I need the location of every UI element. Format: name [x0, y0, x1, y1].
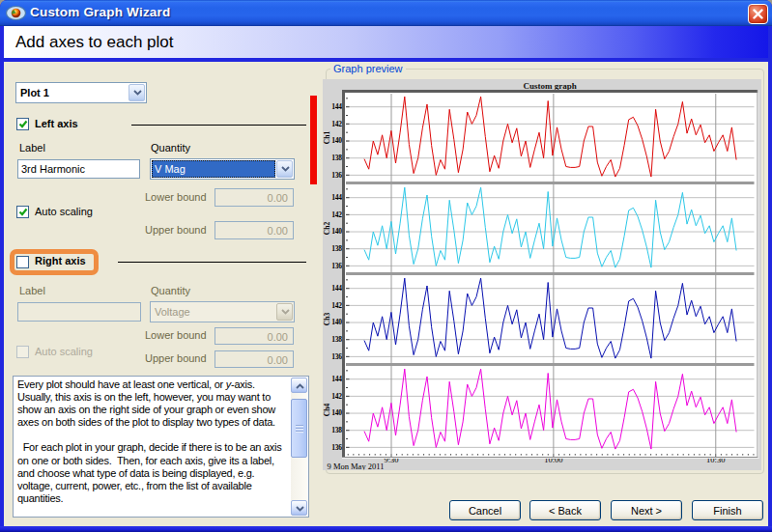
close-icon	[753, 9, 763, 19]
scroll-down-button[interactable]	[291, 500, 307, 516]
help-scrollbar[interactable]	[291, 378, 307, 516]
plot-selector-combobox[interactable]: Plot 1	[15, 82, 147, 103]
help-text-box: Every plot should have at least one vert…	[13, 376, 309, 518]
svg-text:9:30: 9:30	[384, 455, 398, 464]
svg-text:142: 142	[331, 210, 342, 219]
right-quantity-caption: Quantity	[151, 285, 190, 296]
svg-text:136: 136	[331, 171, 342, 180]
svg-text:140: 140	[331, 227, 342, 236]
check-icon	[18, 208, 28, 217]
left-lower-bound-caption: Lower bound	[145, 191, 207, 203]
left-quantity-dropdown-button[interactable]	[276, 160, 293, 178]
svg-text:138: 138	[331, 335, 342, 344]
right-upper-bound-caption: Upper bound	[145, 352, 207, 364]
help-text: Every plot should have at least one vert…	[17, 378, 290, 505]
svg-text:142: 142	[331, 392, 342, 401]
left-quantity-combobox[interactable]: V Mag	[150, 158, 295, 180]
right-quantity-combobox: Voltage	[150, 301, 295, 322]
wizard-step-header: Add axes to each plot	[4, 26, 768, 58]
left-upper-bound-caption: Upper bound	[145, 224, 207, 236]
window-title: Custom Graph Wizard	[30, 5, 170, 19]
svg-text:136: 136	[331, 262, 342, 270]
graph-preview-label: Graph preview	[330, 63, 406, 74]
chevron-down-icon	[281, 166, 290, 172]
svg-text:Custom graph: Custom graph	[524, 81, 577, 91]
left-lower-bound-input: 0.00	[214, 188, 294, 207]
svg-text:10:30: 10:30	[706, 455, 725, 464]
svg-text:142: 142	[331, 120, 342, 128]
svg-text:144: 144	[331, 375, 342, 383]
left-axis-label: Left axis	[35, 118, 78, 129]
svg-text:138: 138	[331, 244, 342, 253]
svg-text:Ch2: Ch2	[323, 222, 331, 236]
left-upper-bound-input: 0.00	[214, 221, 294, 239]
page-title: Add axes to each plot	[15, 33, 174, 52]
title-bar[interactable]: Custom Graph Wizard	[0, 0, 772, 26]
left-quantity-value: V Mag	[152, 160, 275, 178]
svg-text:140: 140	[331, 136, 342, 145]
plot-selector-dropdown-button[interactable]	[129, 84, 145, 101]
back-button[interactable]: < Back	[529, 500, 601, 520]
finish-button[interactable]: Finish	[692, 500, 763, 520]
cancel-button[interactable]: Cancel	[449, 500, 521, 520]
left-axis-checkbox[interactable]	[16, 118, 29, 130]
right-lower-bound-input: 0.00	[214, 327, 294, 345]
svg-text:9 Mon May 2011: 9 Mon May 2011	[328, 462, 385, 471]
svg-text:144: 144	[331, 102, 342, 111]
svg-text:Ch1: Ch1	[323, 131, 331, 145]
right-auto-scaling-label: Auto scaling	[35, 346, 93, 357]
scroll-up-button[interactable]	[291, 378, 307, 393]
svg-text:142: 142	[331, 301, 342, 310]
svg-text:136: 136	[331, 352, 342, 361]
right-axis-checkbox[interactable]	[16, 256, 29, 268]
right-upper-bound-input: 0.00	[214, 350, 294, 368]
chevron-up-icon	[296, 383, 304, 389]
check-icon	[18, 120, 28, 129]
left-quantity-caption: Quantity	[151, 142, 190, 154]
thumb-grip	[296, 425, 303, 434]
right-auto-scaling-checkbox	[16, 346, 29, 358]
right-axis-label: Right axis	[35, 255, 86, 266]
right-lower-bound-caption: Lower bound	[145, 329, 207, 341]
left-auto-scaling-checkbox[interactable]	[16, 206, 29, 218]
right-label-input	[17, 302, 141, 322]
svg-text:144: 144	[331, 193, 342, 202]
svg-text:Ch4: Ch4	[323, 404, 331, 417]
svg-text:138: 138	[331, 154, 342, 162]
svg-text:140: 140	[331, 408, 342, 417]
right-axis-separator	[118, 262, 306, 263]
right-quantity-dropdown-button	[276, 303, 293, 321]
svg-text:136: 136	[331, 443, 342, 452]
window-bottom-border	[0, 526, 772, 532]
svg-text:10:00: 10:00	[544, 455, 562, 464]
svg-text:144: 144	[331, 284, 342, 293]
next-button[interactable]: Next >	[611, 500, 682, 520]
left-label-input[interactable]: 3rd Harmonic	[17, 159, 140, 179]
app-icon	[6, 6, 26, 20]
svg-text:Ch3: Ch3	[323, 313, 331, 326]
left-axis-separator	[131, 125, 306, 126]
left-label-caption: Label	[19, 142, 45, 154]
right-quantity-value: Voltage	[152, 303, 276, 321]
plot-selector-value: Plot 1	[17, 84, 129, 101]
scrollbar-thumb[interactable]	[291, 399, 307, 458]
graph-preview-chart: Custom graph136138140142144Ch11361381401…	[323, 79, 761, 470]
left-auto-scaling-label: Auto scaling	[35, 206, 93, 217]
svg-text:140: 140	[331, 318, 342, 326]
wizard-window: Custom Graph Wizard Add axes to each plo…	[0, 0, 772, 532]
chevron-down-icon	[281, 309, 290, 315]
svg-text:138: 138	[331, 426, 342, 434]
chevron-down-icon	[133, 90, 142, 96]
right-label-caption: Label	[19, 285, 45, 296]
chevron-down-icon	[296, 506, 304, 512]
close-button[interactable]	[748, 4, 768, 24]
red-marker-annotation	[310, 96, 317, 184]
